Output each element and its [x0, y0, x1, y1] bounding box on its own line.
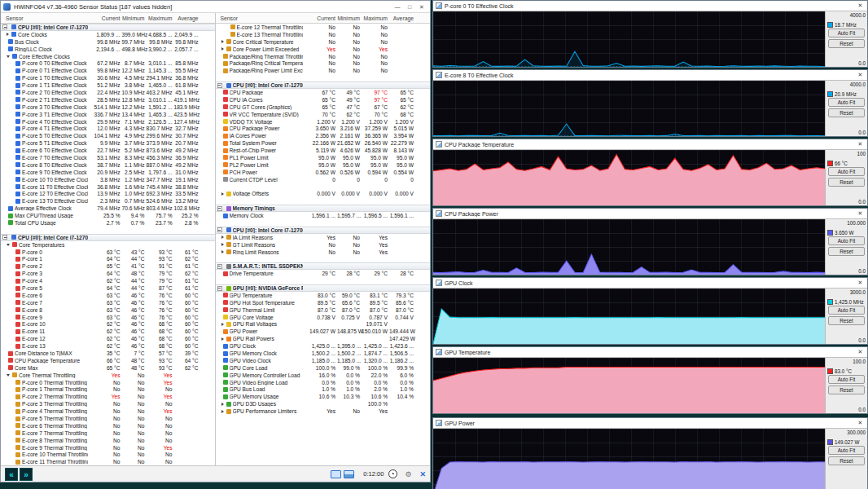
sensor-row[interactable]: P-core 164 °C44 °C93 °C62 °C: [1, 256, 215, 263]
sensor-row[interactable]: GPU Clock1,425.0 ...1,395.0 ...1,425.0 .…: [216, 342, 431, 350]
sensor-section-row[interactable]: S.M.A.R.T.: INTEL SSDPEKNU512GZ (B...: [216, 262, 431, 270]
close-icon[interactable]: ✕: [856, 280, 865, 286]
sensor-row[interactable]: E-core 10 T0 Effective Clock3.8 MHz1.2 M…: [1, 176, 215, 183]
sensor-section-row[interactable]: CPU [#0]: Intel Core i7-12700H: Enhan...: [216, 82, 431, 89]
expand-arrow-icon[interactable]: [221, 410, 224, 413]
sensor-row[interactable]: GPU Memory Clock1,500.2 ...1,500.2 ...1,…: [216, 350, 431, 357]
sensor-row[interactable]: GT Limit ReasonsNoNoYes: [216, 241, 431, 249]
close-icon[interactable]: ✕: [856, 2, 865, 9]
expand-arrow-icon[interactable]: [7, 33, 9, 36]
sensor-row[interactable]: Package/Ring Power Limit ExceededNoNoNo: [216, 67, 431, 74]
sensor-row[interactable]: P-core 063 °C43 °C93 °C61 °C: [1, 249, 215, 256]
sensor-row[interactable]: Core Temperatures: [1, 241, 215, 249]
sensor-row[interactable]: E-core 1362 °C46 °C68 °C60 °C: [1, 342, 215, 350]
sensor-row[interactable]: CPU Package Power3.650 W3.216 W37.259 W5…: [216, 125, 431, 132]
sensor-row[interactable]: E-core 12 T0 Effective Clock13.9 MHz1.0 …: [1, 190, 215, 197]
expand-arrow-icon[interactable]: [221, 40, 224, 43]
sensor-row[interactable]: Total System Power22.166 W21.652 W26.540…: [216, 139, 431, 147]
sensor-row[interactable]: Core Critical TemperatureNoNoNo: [216, 38, 431, 46]
sensor-row[interactable]: E-core 1162 °C46 °C68 °C60 °C: [1, 328, 215, 335]
collapse-box-icon[interactable]: [217, 227, 222, 232]
sensor-row[interactable]: E-core 9 Thermal ThrottlingNoNoYes: [1, 444, 215, 452]
sensor-row[interactable]: P-core 4 T0 Effective Clock29.9 MHz7.1 M…: [1, 118, 215, 126]
sensor-row[interactable]: Core Distance to TjMAX35 °C7 °C57 °C39 °…: [1, 350, 215, 357]
sensor-row[interactable]: GPU Thermal Limit87.0 °C87.0 °C87.0 °C87…: [216, 306, 431, 314]
auto-fit-button[interactable]: Auto Fit: [828, 98, 865, 107]
collapse-box-icon[interactable]: [2, 24, 7, 29]
sensor-row[interactable]: E-core 13 Thermal ThrottlingNoNoNo: [216, 31, 431, 38]
sensor-row[interactable]: Drive Temperature29 °C28 °C29 °C28 °C: [216, 270, 431, 277]
collapse-box-icon[interactable]: [2, 235, 7, 240]
sensor-row[interactable]: Current CTDP Level0000: [216, 176, 431, 183]
sensor-row[interactable]: Core Power Limit ExceededYesNoYes: [216, 46, 431, 53]
sensor-row[interactable]: Voltage Offsets0.000 V0.000 V0.000 V0.00…: [216, 190, 431, 197]
sensor-row[interactable]: E-core 863 °C46 °C76 °C60 °C: [1, 306, 215, 314]
close-icon[interactable]: ✕: [856, 72, 865, 78]
sensor-row[interactable]: IA Cores Power2.356 W2.161 W36.365 W3.95…: [216, 132, 431, 139]
layout-monitor-icon[interactable]: [331, 470, 341, 478]
sensor-window-titlebar[interactable]: HWiNFO64 v7.36-4960 Sensor Status [187 v…: [1, 1, 430, 13]
sensor-row[interactable]: Core Thermal ThrottlingYesNoYes: [1, 372, 215, 379]
close-icon[interactable]: ✕: [856, 349, 865, 355]
sensor-row[interactable]: E-core 1262 °C46 °C68 °C60 °C: [1, 335, 215, 342]
sensor-row[interactable]: GPU Video Engine Load0.0 %0.0 %0.0 %0.0 …: [216, 379, 431, 386]
sensor-row[interactable]: E-core 8 Thermal ThrottlingNoNoNo: [1, 437, 215, 444]
sensor-row[interactable]: Bus Clock99.8 MHz99.7 MHz99.8 MHz99.8 MH…: [1, 38, 215, 46]
sensor-row[interactable]: E-core 663 °C46 °C76 °C60 °C: [1, 292, 215, 299]
sensor-row[interactable]: P-core 3 T0 Effective Clock514.1 MHz12.2…: [1, 104, 215, 111]
sensor-row[interactable]: P-core 5 T0 Effective Clock104.1 MHz4.9 …: [1, 132, 215, 139]
sensor-row[interactable]: CPU GT Cores (Graphics)65 °C47 °C67 °C62…: [216, 104, 431, 111]
sensor-row[interactable]: GPU Memory Usage10.6 %10.3 %10.6 %10.4 %: [216, 393, 431, 400]
sensor-row[interactable]: E-core 10 Thermal ThrottlingNoNoNo: [1, 452, 215, 459]
auto-fit-button[interactable]: Auto Fit: [828, 306, 865, 315]
sensor-row[interactable]: VDDQ TX Voltage1.200 V1.200 V1.200 V1.20…: [216, 118, 431, 126]
sensor-row[interactable]: P-core 3 T1 Effective Clock336.7 MHz13.4…: [1, 111, 215, 118]
auto-fit-button[interactable]: Auto Fit: [828, 375, 865, 384]
sensor-row[interactable]: Package/Ring Critical TemperatureNoNoNo: [216, 59, 431, 67]
sensor-row[interactable]: GPU Rail Powers147.429 W: [216, 335, 431, 342]
sensor-section-row[interactable]: GPU [#0]: NVIDIA GeForce RTX 3070 L...: [216, 284, 431, 292]
sensor-row[interactable]: Core Max65 °C48 °C93 °C62 °C: [1, 364, 215, 372]
clock-icon[interactable]: [388, 469, 397, 478]
sensor-row[interactable]: GPU Bus Load1.0 %1.0 %2.0 %1.0 %: [216, 386, 431, 394]
auto-fit-button[interactable]: Auto Fit: [828, 29, 865, 37]
collapse-box-icon[interactable]: [217, 206, 222, 211]
sensor-row[interactable]: E-core 7 Thermal ThrottlingNoNoNo: [1, 430, 215, 437]
graph-titlebar[interactable]: GPU Power✕: [433, 418, 867, 429]
sensor-row[interactable]: P-core 2 Thermal ThrottlingYesNoYes: [1, 393, 215, 400]
sensor-row[interactable]: P-core 564 °C44 °C87 °C61 °C: [1, 284, 215, 292]
sensor-row[interactable]: E-core 1062 °C46 °C68 °C60 °C: [1, 321, 215, 328]
close-sensors-icon[interactable]: ✕: [419, 470, 426, 478]
next-page-button[interactable]: »: [20, 468, 33, 481]
expand-arrow-icon[interactable]: [7, 374, 10, 377]
sensor-row[interactable]: GPU Power149.027 W148.875 W150.010 W149.…: [216, 328, 431, 335]
collapse-box-icon[interactable]: [217, 83, 222, 88]
expand-arrow-icon[interactable]: [221, 403, 224, 406]
reset-button[interactable]: Reset: [828, 108, 865, 117]
sensor-row[interactable]: E-core 12 Thermal ThrottlingNoNoNo: [216, 24, 431, 31]
sensor-row[interactable]: E-core 763 °C46 °C76 °C60 °C: [1, 299, 215, 306]
sensor-row[interactable]: P-core 0 Thermal ThrottlingNoNoYes: [1, 379, 215, 386]
sensor-row[interactable]: GPU Hot Spot Temperature89.5 °C65.6 °C89…: [216, 299, 431, 306]
expand-arrow-icon[interactable]: [221, 250, 224, 253]
expand-arrow-icon[interactable]: [221, 47, 224, 51]
sensor-row[interactable]: Max CPU/Thread Usage25.5 %9.4 %75.7 %25.…: [1, 212, 215, 219]
graph-titlebar[interactable]: P-core 0 T0 Effective Clock✕: [433, 1, 867, 11]
sensor-row[interactable]: E-core 11 Thermal ThrottlingNoNoNo: [1, 458, 215, 465]
sensor-row[interactable]: PL2 Power Limit95.0 W95.0 W95.0 W95.0 W: [216, 161, 431, 169]
sensor-row[interactable]: GPU Core Voltage0.738 V0.725 V0.787 V0.7…: [216, 314, 431, 321]
sensor-row[interactable]: GPU Video Clock1,185.0 ...1,185.0 ...1,3…: [216, 357, 431, 364]
close-icon[interactable]: ✕: [416, 2, 427, 11]
sensor-section-row[interactable]: CPU [#0]: Intel Core i7-12700H: [1, 24, 215, 31]
sensor-row[interactable]: IA Limit ReasonsYesNoYes: [216, 234, 431, 241]
sensor-row[interactable]: GPU Memory Controller Load16.0 %0.0 %22.…: [216, 372, 431, 379]
sensor-row[interactable]: GPU Temperature83.0 °C59.0 °C83.1 °C79.3…: [216, 292, 431, 299]
reset-button[interactable]: Reset: [828, 178, 865, 187]
auto-fit-button[interactable]: Auto Fit: [828, 167, 865, 176]
graph-titlebar[interactable]: CPU Package Temperature✕: [433, 139, 867, 150]
close-icon[interactable]: ✕: [856, 210, 865, 217]
sensor-row[interactable]: P-core 265 °C41 °C91 °C61 °C: [1, 262, 215, 270]
sensor-row[interactable]: E-core 11 T0 Effective Clock36.8 MHz1.6 …: [1, 183, 215, 191]
sensor-row[interactable]: P-core 1 T0 Effective Clock30.6 MHz4.5 M…: [1, 74, 215, 82]
sensor-row[interactable]: PCH Power0.562 W0.526 W0.594 W0.554 W: [216, 169, 431, 176]
